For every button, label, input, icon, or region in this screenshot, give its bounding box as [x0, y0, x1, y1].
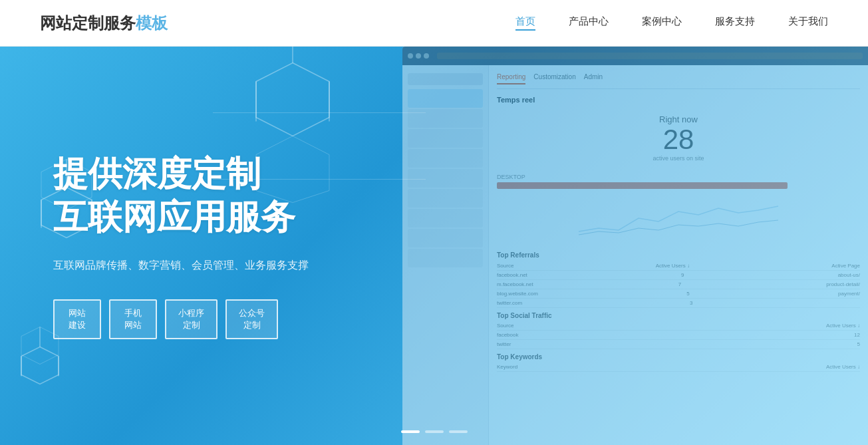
table-row: twitter.com 3 [497, 299, 860, 308]
btn-miniapp[interactable]: 小程序定制 [165, 299, 217, 339]
hero-buttons: 网站建设 手机网站 小程序定制 公众号定制 [53, 299, 309, 339]
header: 网站定制服务模板 首页 产品中心 案例中心 服务支持 关于我们 [0, 0, 868, 47]
hero-section: Reporting Customization Admin Temps reel… [0, 47, 868, 445]
hero-title: 提供深度定制 互联网应用服务 [53, 152, 309, 239]
dashboard-chart [497, 198, 860, 238]
top-social-title: Top Social Traffic [497, 312, 860, 319]
dashboard-temps-reel: Temps reel [497, 96, 860, 104]
main-nav: 首页 产品中心 案例中心 服务支持 关于我们 [515, 15, 828, 31]
desktop-label: DESKTOP [497, 174, 860, 180]
table-row: m.facebook.net 7 product-detail/ [497, 280, 860, 289]
hero-title-line1: 提供深度定制 [53, 152, 309, 196]
nav-item-about[interactable]: 关于我们 [788, 15, 828, 31]
logo: 网站定制服务模板 [40, 13, 168, 34]
hero-content: 提供深度定制 互联网应用服务 互联网品牌传播、数字营销、会员管理、业务服务支撑 … [0, 152, 309, 339]
btn-wechat[interactable]: 公众号定制 [225, 299, 278, 339]
hero-title-line2: 互联网应用服务 [53, 196, 309, 239]
dashboard-right-now: Right now 28 active users on site [497, 108, 860, 168]
social-row: twitter5 [497, 340, 860, 349]
social-row: facebook12 [497, 331, 860, 340]
dashboard-tab-admin[interactable]: Admin [584, 73, 603, 84]
nav-item-products[interactable]: 产品中心 [569, 15, 609, 31]
svg-marker-0 [256, 63, 329, 136]
hero-subtitle: 互联网品牌传播、数字营销、会员管理、业务服务支撑 [53, 259, 309, 273]
nav-item-cases[interactable]: 案例中心 [642, 15, 682, 31]
nav-item-home[interactable]: 首页 [515, 15, 535, 31]
nav-item-support[interactable]: 服务支持 [715, 15, 755, 31]
top-referrals-title: Top Referrals [497, 251, 860, 259]
social-header: SourceActive Users ↓ [497, 321, 860, 331]
btn-website[interactable]: 网站建设 [53, 299, 101, 339]
svg-marker-5 [21, 347, 59, 384]
dashboard-overlay: Reporting Customization Admin Temps reel… [402, 47, 868, 445]
ref-header: Source Active Users ↓ Active Page [497, 261, 860, 271]
right-now-sub: active users on site [497, 155, 860, 162]
btn-mobile[interactable]: 手机网站 [109, 299, 157, 339]
slide-dot-2[interactable] [425, 430, 444, 433]
right-now-number: 28 [497, 124, 860, 155]
slide-indicators [401, 430, 468, 433]
table-row: facebook.net 9 about-us/ [497, 271, 860, 280]
slide-dot-3[interactable] [449, 430, 468, 433]
top-keywords-title: Top Keywords [497, 353, 860, 361]
keyword-header: KeywordActive Users ↓ [497, 363, 860, 372]
slide-dot-1[interactable] [401, 430, 420, 433]
dashboard-tab-customization[interactable]: Customization [533, 73, 575, 84]
logo-main-text: 网站定制服务 [40, 14, 136, 32]
table-row: blog.website.com 5 payment/ [497, 289, 860, 299]
dashboard-tab-reporting[interactable]: Reporting [497, 73, 525, 84]
logo-highlight-text: 模板 [136, 14, 168, 32]
right-now-label: Right now [497, 114, 860, 124]
